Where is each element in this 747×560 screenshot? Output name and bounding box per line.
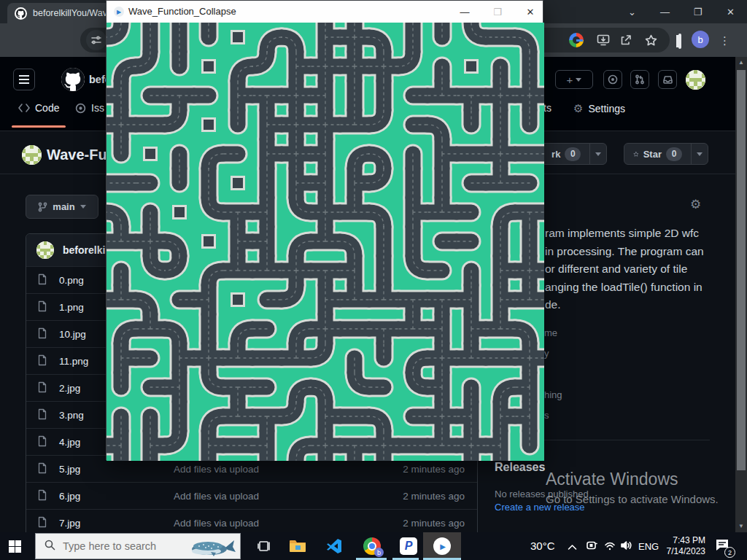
tray-device-icon[interactable] <box>586 540 597 553</box>
fork-caret[interactable] <box>590 144 606 164</box>
menu-dots-icon[interactable]: ⋮ <box>719 28 730 47</box>
file-name[interactable]: 2.jpg <box>59 383 80 394</box>
file-icon <box>37 381 47 395</box>
github-logo[interactable] <box>61 68 85 91</box>
github-favicon <box>15 7 27 20</box>
tab-settings[interactable]: ⚙ Settings <box>573 102 625 115</box>
side-panel-icon[interactable] <box>678 28 681 48</box>
toolbar-right: b ⋮ <box>678 28 730 48</box>
tab-search-chevron[interactable]: ⌄ <box>616 0 649 23</box>
active-tab-underline <box>12 125 66 128</box>
file-name[interactable]: 1.png <box>59 302 84 313</box>
tab-title: beforelkillYou/Wav <box>33 8 107 18</box>
about-description-line: anging the loadTile() function in <box>545 281 703 294</box>
file-name[interactable]: 5.jpg <box>59 464 80 475</box>
pull-requests-header-icon[interactable] <box>630 70 649 89</box>
gear-icon: ⚙ <box>573 102 583 115</box>
about-description-line: de. <box>545 298 561 311</box>
repo-title[interactable]: Wave-Fu <box>47 147 107 163</box>
desktop: beforelkillYou/Wav ⌄ — ❐ ✕ ← → ⟳ g <box>0 0 747 560</box>
commit-message[interactable]: Add files via upload <box>174 518 259 529</box>
commit-author-identicon[interactable] <box>36 241 54 259</box>
processing-sketch-icon: ▶ <box>114 7 124 17</box>
file-icon <box>37 462 47 476</box>
commit-message[interactable]: Add files via upload <box>174 491 259 502</box>
file-name[interactable]: 10.jpg <box>59 329 86 340</box>
star-button[interactable]: Star 0 <box>624 143 708 165</box>
tray-chevron-icon[interactable] <box>568 540 577 553</box>
app-titlebar[interactable]: ▶ Wave_Function_Collapse — ❒ ✕ <box>107 1 543 23</box>
issues-header-icon[interactable] <box>603 70 622 89</box>
search-input[interactable] <box>63 540 187 552</box>
file-name[interactable]: 11.png <box>59 356 88 367</box>
new-dropdown-button[interactable]: + <box>555 70 593 89</box>
page-scrollbar[interactable]: ▲ ▼ <box>735 57 747 532</box>
commit-time: 2 minutes ago <box>403 518 465 529</box>
file-explorer-icon[interactable] <box>283 532 312 560</box>
install-icon[interactable] <box>596 33 611 47</box>
app-minimize-button[interactable]: — <box>449 1 480 23</box>
commit-message[interactable]: Add files via upload <box>174 464 259 475</box>
chrome-icon[interactable]: b <box>357 532 387 560</box>
language-indicator[interactable]: ENG <box>638 541 659 552</box>
sidebar-item-fragment[interactable]: hing <box>544 389 562 400</box>
app-maximize-button[interactable]: ❒ <box>482 1 513 23</box>
file-icon <box>37 516 47 530</box>
taskbar-search[interactable] <box>35 533 241 559</box>
releases-heading: Releases <box>495 461 545 474</box>
bookmark-star-icon[interactable] <box>643 33 658 47</box>
wifi-icon[interactable] <box>604 540 616 553</box>
sidebar-item-fragment[interactable]: y <box>544 348 549 359</box>
inbox-icon[interactable] <box>658 70 677 89</box>
scroll-down-arrow[interactable]: ▼ <box>735 521 747 532</box>
tab-code[interactable]: Code <box>18 102 59 114</box>
tab-insights-fragment[interactable]: ts <box>543 102 551 114</box>
app-close-button[interactable]: ✕ <box>515 1 546 23</box>
table-row[interactable]: 7.jpg Add files via upload 2 minutes ago <box>26 509 477 532</box>
sidebar-item-fragment[interactable]: me <box>544 327 557 338</box>
file-name[interactable]: 0.png <box>59 275 84 286</box>
google-icon[interactable] <box>569 33 584 47</box>
file-name[interactable]: 4.jpg <box>59 437 80 448</box>
scroll-up-arrow[interactable]: ▲ <box>735 57 747 69</box>
sidebar-item-fragment[interactable]: s <box>544 410 549 421</box>
file-icon <box>37 354 47 368</box>
whale-shark-image[interactable] <box>189 536 237 560</box>
volume-icon[interactable] <box>620 540 632 553</box>
notification-center-icon[interactable]: 2 <box>715 538 729 554</box>
file-icon <box>37 273 47 287</box>
file-name[interactable]: 7.jpg <box>59 518 80 529</box>
file-name[interactable]: 6.jpg <box>59 491 80 502</box>
browser-minimize-button[interactable]: — <box>649 0 681 23</box>
browser-window-controls: ⌄ — ❐ ✕ <box>616 0 747 23</box>
table-row[interactable]: 6.jpg Add files via upload 2 minutes ago <box>26 482 477 509</box>
branch-selector[interactable]: main <box>26 195 98 219</box>
site-settings-icon[interactable] <box>86 30 107 50</box>
repo-owner-identicon[interactable] <box>22 145 42 165</box>
share-icon[interactable] <box>619 33 633 47</box>
profile-avatar[interactable]: b <box>692 31 709 48</box>
hamburger-menu-button[interactable] <box>13 69 35 90</box>
commit-author-name[interactable]: beforelkill <box>63 244 111 256</box>
tab-issues[interactable]: Iss <box>75 102 104 114</box>
vscode-icon[interactable] <box>320 532 349 560</box>
star-caret[interactable] <box>692 144 708 164</box>
user-avatar-identicon[interactable] <box>686 70 705 90</box>
browser-restore-button[interactable]: ❐ <box>681 0 714 23</box>
activate-windows-watermark: Activate Windows <box>546 470 678 489</box>
browser-close-button[interactable]: ✕ <box>714 0 747 23</box>
wfc-app-window[interactable]: ▶ Wave_Function_Collapse — ❒ ✕ <box>106 0 543 460</box>
temperature[interactable]: 30°C <box>530 540 555 552</box>
scrollbar-thumb[interactable] <box>737 70 746 470</box>
processing-icon[interactable]: P <box>394 532 423 560</box>
task-view-icon[interactable] <box>249 532 279 560</box>
commit-time: 2 minutes ago <box>403 464 465 475</box>
app-title: Wave_Function_Collapse <box>128 6 236 17</box>
about-gear-icon[interactable]: ⚙ <box>690 197 701 212</box>
time: 7:43 PM <box>660 535 705 546</box>
clock[interactable]: 7:43 PM 7/14/2023 <box>660 535 705 557</box>
file-name[interactable]: 3.png <box>59 410 84 421</box>
file-icon <box>37 489 47 503</box>
start-button[interactable] <box>9 540 21 553</box>
sketch-window-taskbar-item[interactable]: ▶ <box>423 532 461 560</box>
